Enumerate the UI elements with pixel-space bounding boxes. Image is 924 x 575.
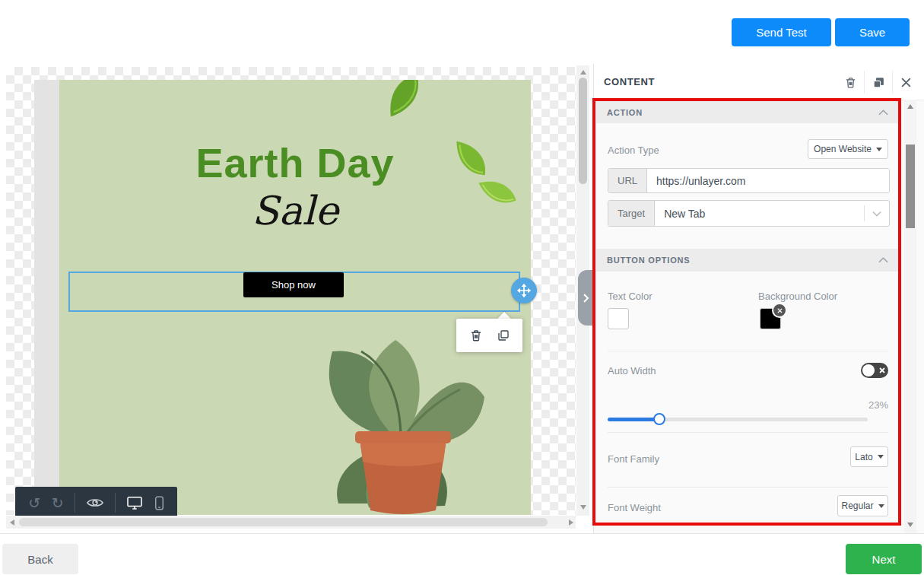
- scrollbar-thumb[interactable]: [906, 145, 915, 228]
- panel-title: CONTENT: [604, 76, 655, 87]
- background-color-label: Background Color: [758, 291, 837, 302]
- panel-scrollbar[interactable]: [904, 100, 916, 533]
- panel-collapse-tab[interactable]: [578, 270, 593, 326]
- element-toolbar-popup: [456, 319, 522, 352]
- row-divider: [608, 351, 888, 351]
- text-color-label: Text Color: [608, 291, 653, 302]
- scroll-down-icon[interactable]: [907, 523, 913, 527]
- duplicate-content-button[interactable]: [870, 74, 887, 91]
- app-window: Send Test Save Earth Day Sale: [0, 0, 924, 575]
- url-prefix-label: URL: [608, 169, 647, 192]
- scroll-right-icon[interactable]: [569, 519, 573, 526]
- target-prefix-label: Target: [608, 201, 655, 226]
- slider-fill: [608, 418, 659, 421]
- auto-width-label: Auto Width: [608, 365, 656, 376]
- scroll-left-icon[interactable]: [10, 519, 14, 526]
- design-headline: Earth Day: [59, 139, 531, 186]
- auto-width-toggle[interactable]: [861, 363, 888, 378]
- row-divider: [608, 487, 888, 488]
- send-test-button[interactable]: Send Test: [732, 18, 831, 46]
- delete-content-button[interactable]: [842, 74, 859, 91]
- scrollbar-thumb[interactable]: [19, 518, 548, 526]
- action-type-dropdown[interactable]: Open Website: [808, 139, 888, 159]
- scrollbar-thumb[interactable]: [579, 78, 587, 184]
- save-button[interactable]: Save: [835, 18, 910, 46]
- chevron-up-icon: [878, 110, 888, 116]
- undo-icon[interactable]: ↺: [28, 494, 40, 511]
- scroll-up-icon[interactable]: [907, 104, 913, 109]
- plant-image: [316, 325, 491, 515]
- next-button[interactable]: Next: [846, 544, 922, 574]
- font-family-value: Lato: [855, 452, 872, 462]
- header-divider: [892, 71, 893, 94]
- design-subheadline: Sale: [59, 188, 531, 233]
- chevron-up-icon: [878, 257, 888, 263]
- chevron-right-icon: [583, 293, 589, 303]
- move-icon: [516, 283, 532, 298]
- trash-icon: [844, 76, 857, 89]
- mobile-view-icon[interactable]: [154, 496, 164, 510]
- top-bar: Send Test Save: [0, 0, 924, 65]
- close-icon: [900, 77, 912, 88]
- text-color-swatch[interactable]: [608, 308, 629, 329]
- back-button[interactable]: Back: [2, 544, 78, 574]
- font-family-dropdown[interactable]: Lato: [850, 446, 888, 467]
- email-body-background: [34, 80, 59, 515]
- url-field-group: URL: [608, 168, 890, 193]
- trash-icon: [469, 329, 483, 342]
- width-percent-value: 23%: [868, 399, 888, 411]
- url-input[interactable]: [647, 169, 889, 192]
- email-canvas: Earth Day Sale Shop now: [0, 64, 593, 533]
- desktop-view-icon[interactable]: [126, 496, 143, 510]
- email-design-image[interactable]: Earth Day Sale Shop now: [59, 80, 531, 515]
- scroll-down-icon[interactable]: [580, 505, 586, 510]
- duplicate-element-button[interactable]: [497, 329, 510, 342]
- chevron-down-icon: [878, 504, 884, 508]
- duplicate-icon: [497, 329, 510, 342]
- content-properties-panel: CONTENT ACTION: [593, 64, 924, 533]
- chevron-down-icon: [872, 211, 881, 217]
- section-header-button-options[interactable]: BUTTON OPTIONS: [596, 249, 899, 272]
- canvas-horizontal-scrollbar[interactable]: [6, 516, 576, 529]
- redo-icon[interactable]: ↻: [52, 494, 64, 511]
- toggle-knob: [862, 364, 875, 376]
- duplicate-icon: [872, 76, 885, 89]
- action-type-value: Open Website: [814, 144, 872, 154]
- action-type-label: Action Type: [608, 145, 659, 156]
- toggle-off-x-icon: [879, 367, 885, 373]
- font-weight-dropdown[interactable]: Regular: [837, 495, 888, 516]
- preview-toolbar: ↺ ↻: [15, 487, 177, 519]
- target-select-value: New Tab: [655, 201, 864, 226]
- font-family-label: Font Family: [608, 453, 659, 465]
- scroll-up-icon[interactable]: [580, 70, 586, 75]
- section-title: ACTION: [607, 108, 643, 117]
- row-divider: [608, 432, 888, 433]
- shop-now-button[interactable]: Shop now: [243, 272, 344, 297]
- preview-eye-icon[interactable]: [87, 497, 103, 509]
- toolbar-divider: [75, 493, 75, 513]
- bottom-bar: Back Next: [0, 533, 924, 575]
- chevron-down-icon: [876, 148, 882, 151]
- section-header-action[interactable]: ACTION: [596, 101, 899, 123]
- close-panel-button[interactable]: [897, 74, 914, 91]
- header-divider: [864, 71, 865, 94]
- close-icon: [777, 308, 783, 313]
- section-title: BUTTON OPTIONS: [607, 256, 690, 265]
- slider-knob[interactable]: [653, 413, 665, 425]
- font-weight-label: Font Weight: [608, 502, 661, 513]
- font-weight-value: Regular: [841, 500, 873, 511]
- toolbar-divider: [115, 493, 116, 513]
- target-select-group[interactable]: Target New Tab: [608, 200, 890, 227]
- chevron-down-icon: [878, 455, 884, 459]
- delete-element-button[interactable]: [469, 329, 483, 342]
- move-handle[interactable]: [511, 278, 537, 303]
- clear-color-badge[interactable]: [772, 303, 787, 318]
- leaf-decoration-icon: [375, 80, 433, 128]
- width-slider[interactable]: [608, 418, 868, 421]
- panel-header: CONTENT: [594, 64, 924, 100]
